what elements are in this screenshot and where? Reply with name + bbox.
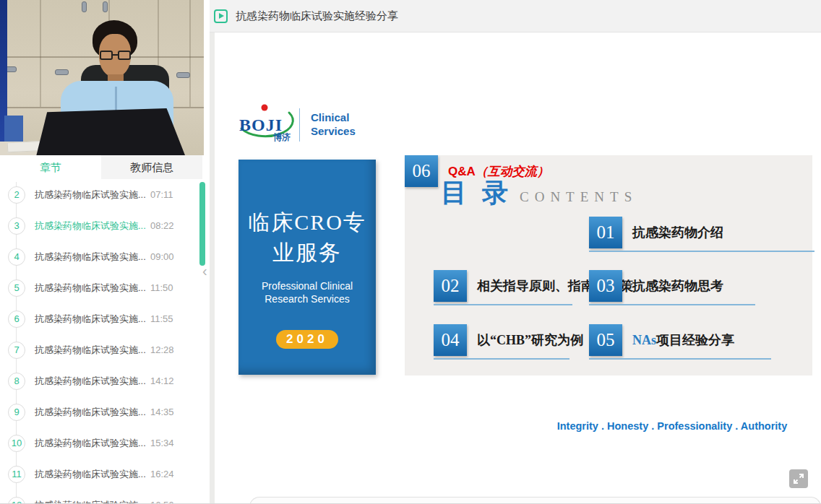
toc-label-part: 以“CHB”研究为例 (477, 333, 583, 347)
chapter-item[interactable]: 6 抗感染药物临床试验实施... 11:55 (0, 303, 198, 334)
chapter-item[interactable]: 4 抗感染药物临床试验实施... 09:00 (0, 241, 198, 272)
chapter-time: 08:22 (150, 220, 174, 231)
chapter-number: 9 (8, 404, 25, 421)
chapter-item[interactable]: 9 抗感染药物临床试验实施... 14:35 (0, 396, 198, 427)
tab-chapters[interactable]: 章节 (0, 155, 101, 179)
toc-item-underline (589, 251, 814, 252)
laptop (32, 108, 185, 155)
chapter-number: 10 (8, 435, 25, 452)
chapter-title: 抗感染药物临床试验实施... (35, 468, 149, 481)
chapter-number: 2 (8, 186, 25, 204)
course-title: 抗感染药物临床试验实施经验分享 (236, 9, 398, 23)
chapter-time: 14:12 (150, 375, 174, 386)
chapter-title: 抗感染药物临床试验实施... (35, 313, 149, 326)
chapter-number: 3 (8, 217, 25, 235)
toc-item-label: 抗感染药物介绍 (632, 217, 723, 248)
toc-item-number: 04 (434, 324, 467, 356)
chapter-title: 抗感染药物临床试验实施... (35, 282, 149, 295)
toc-item-underline (434, 304, 572, 305)
instructor-video[interactable] (0, 0, 204, 155)
logo-tagline-line2: Services (311, 124, 356, 138)
toc-label-part: 抗感染药物介绍 (632, 225, 723, 240)
chapter-item[interactable]: 12 抗感染药物临床试验实施... 16:56 (0, 490, 198, 504)
cabinet-seam (40, 0, 41, 107)
chapter-number: 6 (8, 310, 25, 328)
book-subtitle-line1: Professional Clinical (249, 279, 366, 292)
course-player-window: 章节教师信息 2 抗感染药物临床试验实施... 07:11 3 抗感染药物临床试… (0, 0, 821, 504)
cabinet-handle (82, 1, 87, 12)
chapter-item[interactable]: 8 抗感染药物临床试验实施... 14:12 (0, 365, 198, 396)
toc-item-underline (589, 304, 755, 305)
chapter-title: 抗感染药物临床试验实施... (35, 344, 149, 357)
chapter-title: 抗感染药物临床试验实施... (35, 251, 149, 264)
chapter-list: 2 抗感染药物临床试验实施... 07:11 3 抗感染药物临床试验实施... … (0, 179, 198, 504)
cabinet-handle (103, 1, 108, 12)
chapter-title: 抗感染药物临床试验实施... (35, 406, 149, 419)
sidebar-tabs: 章节教师信息 (0, 155, 210, 179)
toc-item-number: 03 (589, 270, 622, 302)
year-badge: 2020 (276, 330, 338, 349)
chapter-number: 11 (8, 466, 25, 483)
chapter-title: 抗感染药物临床试验实施... (35, 375, 149, 388)
chapter-number: 4 (8, 248, 25, 266)
toc-label-part: 抗感染药物思考 (632, 279, 723, 293)
logo-tagline-line1: Clinical (311, 110, 356, 124)
toc-label-part: （互动交流） (476, 165, 549, 178)
cabinet-handle (55, 69, 69, 75)
toc-item-label: 以“CHB”研究为例 (477, 324, 583, 356)
expand-icon[interactable] (789, 469, 808, 488)
toc-item: 03 抗感染药物思考 (589, 270, 755, 305)
glasses-bridge (113, 54, 118, 56)
chapter-number: 8 (8, 373, 25, 390)
tab-teacher-info[interactable]: 教师信息 (101, 155, 202, 179)
toc-item-underline (434, 358, 569, 360)
toc-item-underline (589, 358, 771, 360)
chapter-item[interactable]: 10 抗感染药物临床试验实施... 15:34 (0, 427, 198, 459)
chapter-item[interactable]: 7 抗感染药物临床试验实施... 12:28 (0, 334, 198, 365)
chapter-item[interactable]: 2 抗感染药物临床试验实施... 07:11 (0, 179, 198, 210)
chapter-item[interactable]: 11 抗感染药物临床试验实施... 16:24 (0, 459, 198, 490)
chapter-time: 16:56 (150, 500, 174, 504)
toc-label-part: 项目经验分享 (656, 333, 734, 347)
chevron-left-icon[interactable]: ‹ (202, 263, 207, 279)
book-subtitle: Professional Clinical Research Services (238, 279, 376, 305)
book-subtitle-line2: Research Services (249, 292, 366, 305)
chapter-time: 14:35 (150, 407, 174, 417)
logo-tagline: Clinical Services (311, 110, 356, 138)
chapter-time: 07:11 (150, 189, 173, 200)
chapter-title: 抗感染药物临床试验实施... (35, 188, 149, 201)
glasses-lens (118, 51, 131, 60)
toc-label-part: Q&A (448, 165, 476, 178)
toc-title-en: CONTENTS (520, 189, 637, 205)
toc-item: 02 相关指导原则、指南与政策 (434, 270, 572, 305)
toc-item: 01 抗感染药物介绍 (589, 217, 814, 252)
cabinet-seam (189, 0, 191, 107)
chapter-title: 抗感染药物临床试验实施... (35, 437, 149, 450)
toc-item-number: 06 (405, 155, 438, 187)
toc-panel: 目 录 CONTENTS 01 抗感染药物介绍 02 相关指导原则、指南与政策 … (405, 155, 812, 375)
video-controls-bar[interactable] (249, 497, 821, 504)
sidebar-scrollbar[interactable] (199, 182, 205, 266)
chapter-title: 抗感染药物临床试验实施... (35, 220, 149, 233)
toc-item-number: 01 (589, 217, 622, 248)
chapter-time: 12:28 (150, 344, 174, 355)
chapter-time: 16:24 (150, 469, 174, 479)
toc-item-label: 抗感染药物思考 (632, 270, 723, 302)
chapter-item[interactable]: 3 抗感染药物临床试验实施... 08:22 (0, 210, 198, 241)
book-title: 临床CRO专业服务 (238, 207, 376, 268)
chapter-item[interactable]: 5 抗感染药物临床试验实施... 11:50 (0, 272, 198, 303)
chapter-number: 12 (8, 497, 25, 504)
chapter-number: 7 (8, 342, 25, 359)
chapter-time: 15:34 (150, 438, 174, 448)
logo-cn-text: 博济 (273, 131, 291, 144)
glasses-lens (100, 51, 113, 60)
toc-label-part: NAs (632, 333, 656, 347)
chapter-time: 11:55 (150, 313, 173, 324)
toc-item-label: NAs项目经验分享 (632, 324, 734, 356)
toc-item: 05 NAs项目经验分享 (589, 324, 771, 360)
main-header: 抗感染药物临床试验实施经验分享 (210, 0, 821, 32)
book-cover: 临床CRO专业服务 Professional Clinical Research… (238, 160, 376, 375)
chapter-title: 抗感染药物临床试验实施... (35, 499, 149, 504)
toc-item-number: 05 (589, 324, 622, 356)
sidebar-gutter (210, 32, 215, 504)
